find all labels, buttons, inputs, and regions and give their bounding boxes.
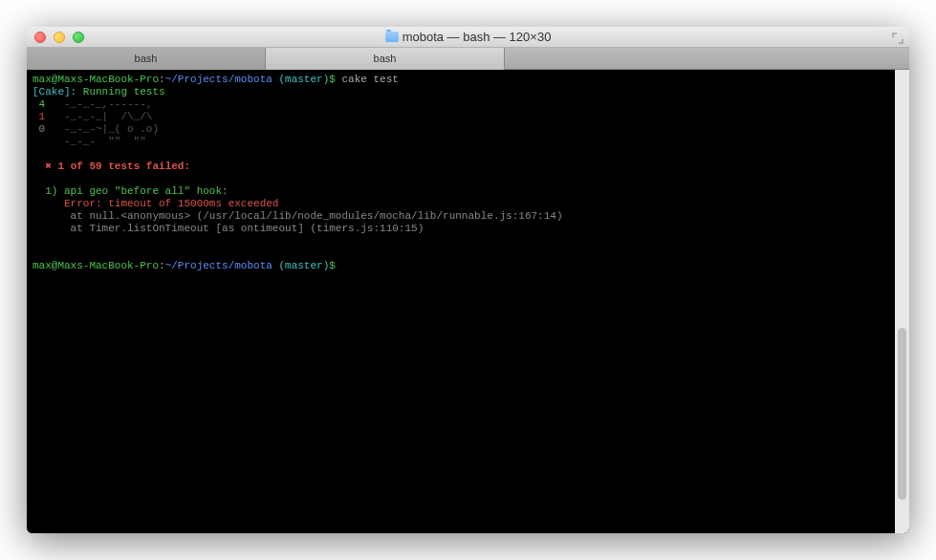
fail-mark-icon: ✖	[33, 161, 52, 172]
fullscreen-icon[interactable]	[892, 32, 903, 43]
nyan-art: -_-_-_,------,	[57, 98, 152, 110]
zoom-icon[interactable]	[73, 32, 84, 43]
nyan-blank	[33, 136, 57, 147]
prompt-sigil: $	[329, 260, 336, 271]
tabbar: bash bash	[27, 48, 909, 70]
nyan-count-0: 0	[33, 123, 57, 135]
command-text: cake test	[336, 74, 399, 85]
prompt-branch: (master)	[272, 260, 329, 271]
titlebar[interactable]: mobota — bash — 120×30	[27, 27, 909, 48]
title-text: mobota — bash — 120×30	[403, 30, 552, 44]
scroll-thumb[interactable]	[898, 328, 906, 500]
prompt-userhost: max@Maxs-MacBook-Pro	[33, 74, 159, 85]
fail-summary: 1 of 59 tests failed:	[52, 161, 190, 172]
prompt-userhost: max@Maxs-MacBook-Pro	[33, 260, 159, 271]
traffic-lights	[27, 32, 84, 43]
prompt-sigil: $	[329, 74, 336, 85]
terminal-window: mobota — bash — 120×30 bash bash max@Max…	[27, 27, 909, 533]
terminal-area: max@Maxs-MacBook-Pro:~/Projects/mobota (…	[27, 70, 909, 533]
prompt-sep: :	[159, 260, 165, 271]
tab-label: bash	[135, 53, 158, 64]
nyan-art: -_-_-~|_( o .o)	[57, 123, 159, 135]
nyan-count-1: 1	[33, 111, 57, 122]
nyan-count-4: 4	[33, 98, 57, 110]
stack-trace-line: at null.<anonymous> (/usr/local/lib/node…	[33, 210, 563, 222]
minimize-icon[interactable]	[54, 32, 65, 43]
tab-label: bash	[374, 53, 397, 64]
stack-trace-line: at Timer.listOnTimeout [as ontimeout] (t…	[33, 223, 424, 234]
window-title: mobota — bash — 120×30	[27, 30, 909, 44]
nyan-art: -_-_- "" ""	[57, 136, 145, 147]
test-title: 1) api geo "before all" hook:	[33, 185, 229, 197]
prompt-branch: (master)	[272, 74, 329, 85]
nyan-art: -_-_-_| /\_/\	[57, 111, 152, 122]
cake-msg: Running tests	[76, 86, 164, 97]
prompt-path: ~/Projects/mobota	[165, 74, 272, 85]
tab-bash-2[interactable]: bash	[266, 48, 505, 70]
scrollbar[interactable]	[895, 70, 909, 533]
tab-bash-1[interactable]: bash	[27, 48, 266, 70]
close-icon[interactable]	[34, 32, 46, 43]
terminal-content[interactable]: max@Maxs-MacBook-Pro:~/Projects/mobota (…	[27, 70, 895, 533]
error-message: Error: timeout of 15000ms exceeded	[33, 198, 278, 209]
cake-label: [Cake]:	[33, 86, 76, 97]
prompt-path: ~/Projects/mobota	[165, 260, 272, 271]
prompt-sep: :	[159, 74, 165, 85]
folder-icon	[385, 32, 399, 42]
